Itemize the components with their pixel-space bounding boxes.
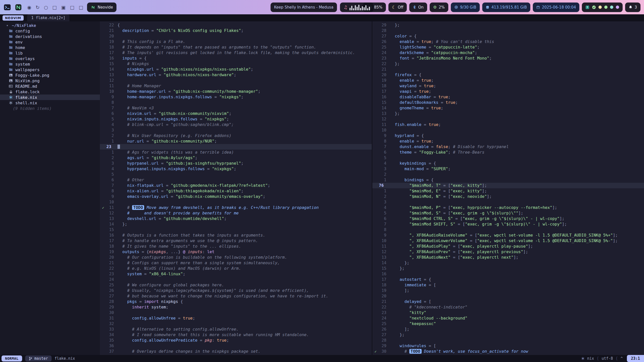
workspace-4-square-icon[interactable]: □ [52, 5, 57, 10]
tray-dot-green-icon[interactable] [604, 6, 608, 9]
code-line[interactable]: 20 firefox = { [372, 72, 644, 78]
neovim-icon[interactable] [15, 4, 22, 11]
code-line[interactable]: 22 # e.g. NixOS (linux) and MacOS (darwi… [100, 266, 372, 271]
code-line[interactable]: 21 delayed = [ [372, 299, 644, 304]
code-line[interactable]: 33 # Alternative to setting config.allow… [100, 327, 372, 332]
code-line[interactable]: 15 }; [372, 266, 644, 271]
editor-pane-left[interactable]: 22{21 description = "ChUrl's NixOS confi… [100, 21, 372, 355]
code-line[interactable]: 6 "$mainMod CTRL, S" = ["exec, grim -g \… [372, 216, 644, 221]
code-line[interactable]: 29 }; [372, 22, 644, 28]
code-line[interactable]: 16 disableTabBar = true; [372, 94, 644, 100]
tree-item-lib[interactable]: lib [0, 50, 100, 56]
code-line[interactable]: 26 ]; [372, 327, 644, 332]
tree-item-home[interactable]: home [0, 45, 100, 50]
code-line[interactable]: 13 hardware.url = "github:nixos/nixos-ha… [100, 72, 372, 78]
code-line[interactable]: 24 darkScheme = "catppuccin-mocha"; [372, 50, 644, 56]
code-line[interactable]: 13 devshell.url = "github:numtide/devshe… [100, 216, 372, 221]
tree-item-env[interactable]: env [0, 39, 100, 45]
code-line[interactable]: 1 # Ags for widgets (this was a terrible… [100, 150, 372, 155]
tree-item-flake-lock[interactable]: flake.lock [0, 89, 100, 95]
keepassxc-tray-icon[interactable] [585, 5, 589, 9]
disk-widget[interactable]: 413.19/915.81 GiB [482, 3, 530, 12]
idle-inhibitor-widget[interactable]: ☾ Off [388, 3, 407, 12]
tree-item-wallpapers[interactable]: wallpapers [0, 67, 100, 72]
code-line[interactable]: 22 }; [372, 61, 644, 67]
code-line[interactable]: 27 }; [372, 332, 644, 338]
tree-item-config[interactable]: config [0, 28, 100, 34]
code-line[interactable]: 14 }; [100, 221, 372, 227]
code-line[interactable]: 23 font = "JetBrainsMono Nerd Font Mono"… [372, 56, 644, 61]
code-line[interactable]: 26 enable = true; # You can't disable th… [372, 39, 644, 44]
code-line[interactable]: 2 ags.url = "github:Aylur/ags"; [100, 155, 372, 161]
notifications-widget[interactable]: 3 [625, 3, 640, 12]
code-line[interactable]: 7 "$mainMod SHIFT, S" = ["exec, grim -g … [372, 221, 644, 227]
code-line[interactable]: 4 "$mainMod, P" = ["exec, hyprpicker --a… [372, 205, 644, 210]
code-line[interactable]: 3 [372, 199, 644, 205]
code-line[interactable]: 35 config.allowUnfreePredicate = pkg: tr… [100, 338, 372, 343]
code-line[interactable]: 17 autostart = { [372, 277, 644, 282]
code-line[interactable]: 19 outputs = {nixpkgs, ...} @ inputs: le… [100, 249, 372, 255]
code-line[interactable]: 28 pkgs = import nixpkgs { [100, 299, 372, 304]
code-line[interactable]: 27 # but because we want to change the n… [100, 293, 372, 299]
code-line[interactable]: 18 immediate = [ [372, 282, 644, 288]
system-tray[interactable] [582, 3, 623, 12]
code-line[interactable]: 6 nixvim.url = "github:nix-community/nix… [100, 111, 372, 116]
code-line[interactable]: 37 # Overlays define changes in the nixp… [100, 349, 372, 354]
code-line[interactable]: 3 [100, 127, 372, 133]
code-line[interactable]: 21 [372, 67, 644, 72]
code-line[interactable]: 22{ [100, 22, 372, 28]
code-line[interactable]: 20 [372, 293, 644, 299]
code-line[interactable]: 25 # We configure our global packages he… [100, 282, 372, 288]
code-line[interactable]: 32 [100, 321, 372, 327]
code-line[interactable]: 19 ]; [372, 288, 644, 293]
code-line[interactable]: 13 ", XF86AudioNext" = ["exec, playerctl… [372, 255, 644, 260]
code-line[interactable]: 14 nixpkgs.url = "github:nixos/nixpkgs/n… [100, 67, 372, 72]
code-line[interactable]: 18 wayland = true; [372, 83, 644, 89]
code-line[interactable]: 24 "nextcloud --background" [372, 315, 644, 321]
code-line[interactable]: 34 # I read somewhere that this is more … [100, 332, 372, 338]
code-line[interactable]: 18 # It depends on "inputs" that are pas… [100, 44, 372, 50]
code-line[interactable]: 3 main-mod = "SUPER"; [372, 166, 644, 172]
code-line[interactable]: 5 [100, 172, 372, 177]
tray-dot-mauve-icon[interactable] [616, 6, 619, 9]
bluetooth-widget[interactable]: On [409, 3, 427, 12]
code-line[interactable]: 14 gnomeTheme = true; [372, 105, 644, 111]
code-line[interactable]: 29 inherit system; [100, 304, 372, 310]
code-line[interactable]: 24 [100, 277, 372, 282]
tree-item-readme-md[interactable]: README.md [0, 83, 100, 89]
workspace-6-square-icon[interactable]: □ [70, 5, 74, 10]
code-line[interactable]: 23 "kitty" [372, 310, 644, 315]
code-line[interactable]: 3 hyprpanel.url = "github:jas-singhfsu/h… [100, 161, 372, 166]
code-line[interactable]: 20 [100, 33, 372, 39]
code-line[interactable]: 16 [372, 271, 644, 277]
code-line[interactable]: 2 # Nix User Repository (e.g. Firefox ad… [100, 133, 372, 139]
tree-item-overlays[interactable]: overlays [0, 56, 100, 61]
code-line[interactable]: 9 ", XF86AudioRaiseVolume" = ["exec, wpc… [372, 233, 644, 238]
code-line[interactable]: 9 emacs-overlay.url = "github:nix-commun… [100, 194, 372, 199]
code-line-cursor[interactable]: 76 "$mainMod, T" = ["exec, kitty"]; [372, 183, 644, 188]
code-line[interactable]: 36 [100, 343, 372, 349]
code-line[interactable]: 28 [372, 338, 644, 343]
code-line[interactable]: 10 [372, 127, 644, 133]
code-line[interactable]: 11 # Home Manager [100, 83, 372, 89]
code-line[interactable]: 7 nix-flatpak.url = "github:gmodena/nix-… [100, 183, 372, 188]
code-line[interactable]: 25 lightScheme = "catppuccin-latte"; [372, 44, 644, 50]
code-line[interactable]: 21 description = "ChUrl's NixOS config u… [100, 28, 372, 33]
code-line[interactable]: 30 [100, 310, 372, 315]
code-line[interactable]: 20 # Our configuration is buildable on t… [100, 255, 372, 260]
code-line[interactable]: 2 [372, 172, 644, 177]
code-line[interactable]: 18 # It gives the name "inputs" to the .… [100, 244, 372, 249]
workspace-7-square-icon[interactable]: □ [79, 5, 83, 10]
media-title-pill[interactable]: Keep Shelly In Athens - Medusa [270, 3, 337, 12]
code-line[interactable]: 15 # Nixpkgs [100, 61, 372, 67]
code-line[interactable]: 5 nixvim.inputs.nixpkgs.follows = "nixpk… [100, 116, 372, 122]
tab-flake-nix[interactable]: 1 flake.nix[2+] [27, 14, 69, 21]
tray-dot-teal-icon[interactable] [610, 6, 613, 9]
code-line[interactable]: 4 # blink-cmp.url = "github:saghen/blink… [100, 122, 372, 127]
terminal-icon[interactable] [4, 4, 11, 11]
code-line[interactable]: 29 windowrules = [ [372, 343, 644, 349]
memory-widget[interactable]: 9/30 GiB [451, 3, 480, 12]
code-line[interactable]: 7 # NeoVim <3 [100, 105, 372, 111]
code-line[interactable]: 10 [100, 199, 372, 205]
code-line[interactable]: 17 # The inputs' git revisions get locke… [100, 50, 372, 56]
